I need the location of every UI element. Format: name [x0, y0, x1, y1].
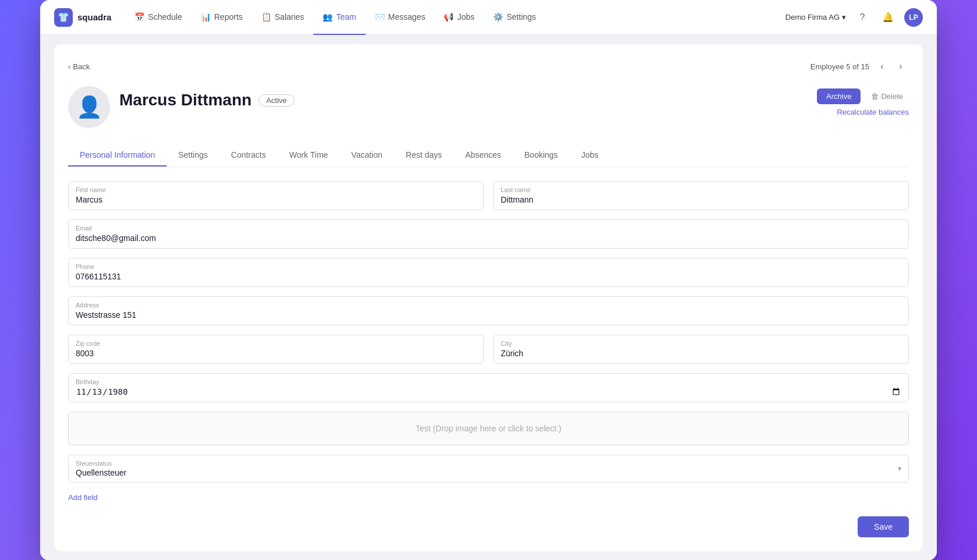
city-input[interactable]	[501, 349, 901, 358]
nav-item-reports[interactable]: 📊 Reports	[192, 0, 252, 35]
chevron-down-icon: ▾	[842, 13, 846, 22]
nav-item-team[interactable]: 👥 Team	[313, 0, 365, 35]
notifications-button[interactable]: 🔔	[879, 8, 897, 27]
content-card: ‹ Back Employee 5 of 15 ‹ › 👤	[54, 44, 923, 551]
tab-bookings[interactable]: Bookings	[513, 144, 570, 166]
steuerstatus-value: Quellensteuer	[76, 468, 887, 477]
next-employee-button[interactable]: ›	[893, 58, 909, 75]
company-selector[interactable]: Demo Firma AG ▾	[785, 13, 846, 22]
nav-item-messages[interactable]: ✉️ Messages	[366, 0, 435, 35]
tab-rest-days[interactable]: Rest days	[394, 144, 454, 166]
user-avatar[interactable]: LP	[904, 8, 923, 27]
save-button[interactable]: Save	[858, 516, 909, 537]
first-name-field: First name	[68, 181, 484, 210]
first-name-label: First name	[76, 186, 476, 193]
employee-nav: Employee 5 of 15 ‹ ›	[810, 58, 909, 75]
trash-icon: 🗑	[871, 92, 879, 101]
archive-button[interactable]: Archive	[817, 88, 861, 104]
address-label: Address	[76, 302, 901, 309]
employee-info: Marcus Dittmann Active	[119, 86, 295, 109]
nav-right: Demo Firma AG ▾ ? 🔔 LP	[785, 8, 923, 27]
team-icon: 👥	[323, 12, 332, 22]
email-label: Email	[76, 225, 901, 232]
steuerstatus-field[interactable]: Steuerstatus Quellensteuer ▾	[68, 455, 909, 483]
city-label: City	[501, 340, 901, 347]
status-badge: Active	[259, 94, 294, 107]
employee-avatar: 👤	[68, 86, 110, 128]
back-button[interactable]: ‹ Back	[68, 62, 90, 71]
help-button[interactable]: ?	[853, 8, 872, 27]
first-name-input[interactable]	[76, 195, 476, 204]
phone-label: Phone	[76, 263, 901, 270]
city-field: City	[493, 335, 909, 364]
logo-area: 👕 squadra	[54, 8, 111, 27]
steuerstatus-label: Steuerstatus	[76, 460, 887, 467]
nav-items: 📅 Schedule 📊 Reports 📋 Salaries 👥 Team ✉…	[125, 0, 785, 35]
email-field: Email	[68, 219, 909, 249]
image-upload-area[interactable]: Test (Drop image here or click to select…	[68, 412, 909, 445]
nav-arrows: ‹ ›	[874, 58, 909, 75]
email-row: Email	[68, 219, 909, 249]
header-actions: Archive 🗑 Delete Recalculate balances	[817, 86, 909, 116]
zip-label: Zip code	[76, 340, 476, 347]
address-field: Address	[68, 296, 909, 325]
tab-personal-information[interactable]: Personal Information	[68, 144, 167, 166]
schedule-icon: 📅	[134, 12, 144, 22]
main-area: ‹ Back Employee 5 of 15 ‹ › 👤	[40, 35, 937, 560]
birthday-input[interactable]	[76, 387, 901, 397]
chevron-down-icon: ▾	[898, 465, 901, 473]
app-window: 👕 squadra 📅 Schedule 📊 Reports 📋 Salarie…	[40, 0, 937, 560]
tab-settings[interactable]: Settings	[167, 144, 220, 166]
last-name-label: Last name	[501, 186, 901, 193]
logo-icon: 👕	[54, 8, 73, 27]
recalculate-button[interactable]: Recalculate balances	[837, 108, 909, 116]
messages-icon: ✉️	[375, 12, 385, 22]
birthday-row: Birthday	[68, 373, 909, 402]
last-name-field: Last name	[493, 181, 909, 210]
birthday-field: Birthday	[68, 373, 909, 402]
add-field-button[interactable]: Add field	[68, 493, 98, 502]
nav-item-schedule[interactable]: 📅 Schedule	[125, 0, 191, 35]
logo-text: squadra	[77, 12, 111, 22]
personal-info-form: First name Last name Email	[68, 181, 909, 537]
back-nav: ‹ Back Employee 5 of 15 ‹ ›	[68, 58, 909, 75]
nav-item-salaries[interactable]: 📋 Salaries	[252, 0, 314, 35]
tab-jobs[interactable]: Jobs	[569, 144, 610, 166]
name-row: First name Last name	[68, 181, 909, 210]
employee-name: Marcus Dittmann	[119, 91, 252, 109]
back-arrow-icon: ‹	[68, 62, 70, 71]
tab-contracts[interactable]: Contracts	[220, 144, 278, 166]
phone-field: Phone	[68, 258, 909, 287]
jobs-icon: 📢	[444, 12, 454, 22]
form-footer: Save	[68, 516, 909, 537]
tab-vacation[interactable]: Vacation	[339, 144, 394, 166]
email-input[interactable]	[76, 233, 901, 243]
phone-input[interactable]	[76, 272, 901, 281]
delete-button[interactable]: 🗑 Delete	[865, 88, 909, 104]
zip-city-row: Zip code City	[68, 335, 909, 364]
reports-icon: 📊	[201, 12, 211, 22]
employee-name-row: Marcus Dittmann Active	[119, 91, 295, 109]
phone-row: Phone	[68, 258, 909, 287]
salaries-icon: 📋	[261, 12, 271, 22]
tabs-row: Personal Information Settings Contracts …	[68, 144, 909, 167]
tab-absences[interactable]: Absences	[454, 144, 512, 166]
last-name-input[interactable]	[501, 195, 901, 204]
zip-input[interactable]	[76, 349, 476, 358]
prev-employee-button[interactable]: ‹	[874, 58, 890, 75]
address-input[interactable]	[76, 310, 901, 320]
address-row: Address	[68, 296, 909, 325]
top-nav: 👕 squadra 📅 Schedule 📊 Reports 📋 Salarie…	[40, 0, 937, 35]
employee-header: 👤 Marcus Dittmann Active Archive 🗑 Delet…	[68, 86, 909, 128]
tab-work-time[interactable]: Work Time	[278, 144, 340, 166]
header-actions-row: Archive 🗑 Delete	[817, 88, 909, 104]
person-icon: 👤	[76, 95, 102, 119]
nav-item-jobs[interactable]: 📢 Jobs	[434, 0, 484, 35]
settings-icon: ⚙️	[493, 12, 503, 22]
birthday-label: Birthday	[76, 378, 901, 385]
nav-item-settings[interactable]: ⚙️ Settings	[484, 0, 546, 35]
zip-field: Zip code	[68, 335, 484, 364]
